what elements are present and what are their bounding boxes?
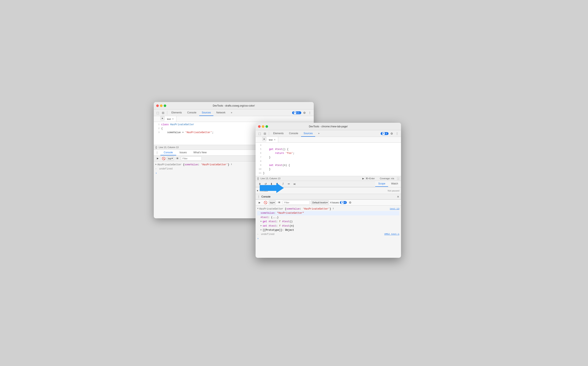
sidebar-toggle-2[interactable]: ▶ (262, 137, 266, 141)
status-text-2: Line 13, Column 13 (260, 177, 280, 180)
menu-icon-1[interactable]: ⋮ (307, 111, 312, 115)
devtools-toolbar-2: ⬚ ⊟ Elements Console Sources » ✉ 4 ⚙ ⋮ (256, 130, 401, 137)
maximize-button-2[interactable] (266, 125, 268, 128)
device-icon-2[interactable]: ⊟ (263, 131, 267, 136)
run-shortcut-2: ⌘+Enter (366, 177, 375, 180)
code-line-w2-9: 9 set #test(n) { (256, 163, 401, 168)
w2-settings-icon[interactable]: ⚙ (348, 200, 353, 205)
tab-more-2[interactable]: » (316, 130, 322, 137)
top-label-1: top (168, 157, 171, 160)
tab-elements-1[interactable]: Elements (169, 109, 184, 116)
tab-console-2[interactable]: Console (287, 130, 301, 137)
default-levels-btn[interactable]: Default levels ▾ (311, 200, 329, 205)
maximize-button-1[interactable] (164, 105, 166, 107)
w2-block-icon[interactable]: 🚫 (263, 200, 267, 205)
tab-issues-1[interactable]: Issues (176, 150, 190, 155)
inspect-icon[interactable]: ⬚ (155, 111, 160, 115)
scope-watch-tabs: Scope Watch (375, 181, 401, 187)
tab-sources-2[interactable]: Sources (301, 130, 315, 137)
msg-icon-1: ✉ (294, 112, 296, 114)
arrow-body (260, 185, 276, 191)
code-line-w2-8: 8 (256, 160, 401, 163)
vm-link[interactable]: VM52 test:1 (384, 232, 399, 236)
tab-network-1[interactable]: Network (214, 109, 228, 116)
file-tab-test-1[interactable]: test ✕ (165, 116, 176, 122)
tab-sources-1[interactable]: Sources (199, 109, 213, 116)
w2-run-icon[interactable]: ▶ (257, 200, 262, 205)
expand-icon-1[interactable]: ▶ (155, 163, 157, 166)
window-title-2: DevTools - chrome://new-tab-page/ (309, 125, 348, 128)
titlebar-2: DevTools - chrome://new-tab-page/ (256, 123, 401, 130)
watch-tab[interactable]: Watch (388, 181, 401, 187)
device-icon[interactable]: ⊟ (161, 111, 165, 115)
minimize-button-1[interactable] (160, 105, 162, 107)
curly-icon-2: {} (257, 177, 259, 180)
issues-badge-btn-2[interactable]: ✉ 4 (381, 132, 389, 135)
w2-expand-icon[interactable]: ▼ (257, 207, 259, 210)
run-icon-2: ▶ (362, 177, 364, 180)
console-header-label: Console (261, 195, 271, 198)
w2-issues-badge[interactable]: ✉ 4 (340, 201, 347, 204)
not-paused-label: Not paused (388, 190, 401, 192)
test-link-1[interactable]: test:13 (390, 207, 399, 211)
coverage-icon: ↓ (397, 177, 399, 180)
edit-btn[interactable]: ✏ (286, 182, 291, 187)
coverage-label: Coverage: n/a (380, 177, 394, 180)
w2-issues-label: 4 Issues: (330, 201, 339, 204)
scope-tab[interactable]: Scope (375, 181, 388, 187)
default-levels-label: Default levels (312, 201, 326, 204)
three-dots-icon[interactable]: ⋮ (257, 195, 260, 198)
w2-hashtest-line: #test: (...) (257, 215, 399, 220)
eye-icon-2[interactable]: 👁 (277, 200, 282, 205)
file-tab-close-1[interactable]: ✕ (172, 118, 174, 120)
w2-issues-count: 4 Issues: ✉ 4 (330, 201, 347, 204)
close-button-2[interactable] (258, 125, 260, 128)
minimize-button-2[interactable] (262, 125, 264, 128)
file-tab-close-2[interactable]: ✕ (274, 138, 275, 141)
top-label-2: top (270, 201, 273, 204)
badge-count-2: 4 (386, 132, 387, 135)
tab-whats-new-1[interactable]: What's New (190, 150, 210, 155)
filter-input-1[interactable] (181, 156, 202, 160)
toggle-btn[interactable]: ⏯ (292, 182, 297, 187)
w2-proto-expand[interactable]: ▶ (260, 228, 262, 232)
filter-input-2[interactable] (283, 200, 310, 205)
code-line-w2-11: 11 } (256, 171, 401, 175)
code-line-w2-4: 4 (256, 144, 401, 147)
top-chevron-2: ▾ (274, 201, 275, 204)
eye-icon-1[interactable]: 👁 (175, 156, 180, 161)
tab-more-1[interactable]: » (228, 109, 235, 116)
inspect-icon-2[interactable]: ⬚ (257, 131, 262, 136)
toolbar-sep-1 (167, 111, 167, 115)
close-button-1[interactable] (156, 105, 159, 107)
close-console-btn[interactable]: ✕ (397, 195, 399, 198)
issues-badge-btn-1[interactable]: ✉ 21 (292, 111, 301, 114)
w2-set-expand[interactable]: ▶ (260, 224, 262, 228)
menu-icon-2[interactable]: ⋮ (395, 131, 399, 136)
titlebar-1: DevTools - drafts.csswg.org/css-color/ (154, 102, 314, 109)
w2-set-line: ▶ set #test: f #test(n) (257, 224, 399, 228)
arrow-head (276, 183, 284, 193)
threads-expand-icon[interactable]: ▼ (256, 190, 259, 192)
w2-get-expand[interactable]: ▶ (260, 220, 262, 223)
main-tabs-2: Elements Console Sources » (271, 130, 322, 137)
file-tab-name-1: test (167, 118, 171, 120)
console-menu-icon[interactable]: ⋮ (155, 150, 160, 155)
status-bar-2: {} Line 13, Column 13 ▶ ⌘+Enter Coverage… (256, 176, 401, 181)
settings-icon-1[interactable]: ⚙ (302, 111, 307, 115)
tab-elements-2[interactable]: Elements (271, 130, 286, 137)
code-line-w2-6: 6 return 'foo'; (256, 152, 401, 155)
console-run-icon[interactable]: ▶ (155, 156, 160, 161)
w2-prompt-line: › (257, 236, 399, 241)
sidebar-toggle-1[interactable]: ▶ (160, 116, 165, 120)
top-dropdown-1[interactable]: top ▾ (167, 156, 174, 160)
top-dropdown-2[interactable]: top ▾ (269, 200, 276, 205)
file-tab-test-2[interactable]: test ✕ (266, 137, 278, 143)
w2-someval-line: someValue: "HasPrivateGetter" (257, 211, 399, 215)
tab-console-panel-1[interactable]: Console (160, 150, 176, 155)
w2-obj-line: ▼ HasPrivateGetter {someValue: 'HasPriva… (257, 207, 399, 211)
tab-console-1[interactable]: Console (185, 109, 199, 116)
settings-icon-2[interactable]: ⚙ (389, 131, 394, 136)
console-block-icon[interactable]: 🚫 (161, 156, 166, 161)
top-chevron-1: ▾ (172, 157, 173, 160)
